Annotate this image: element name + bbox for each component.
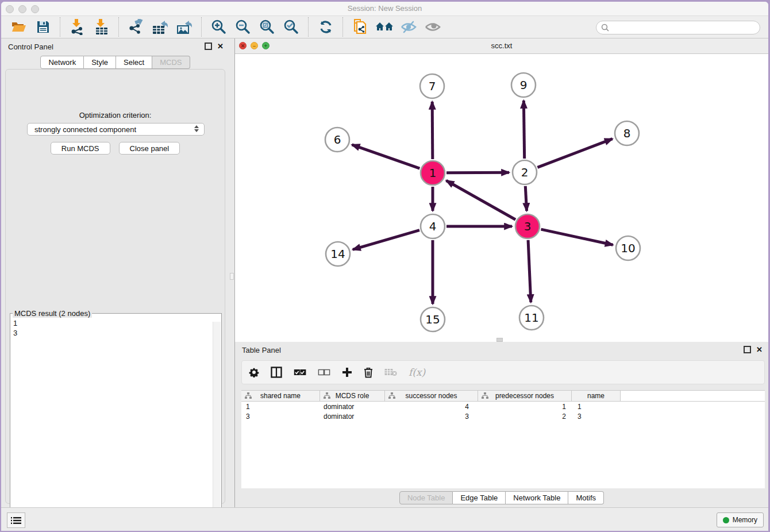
gear-icon[interactable] <box>249 367 259 377</box>
application-window: Session: New Session <box>1 2 768 531</box>
toolbar-separator <box>201 17 202 37</box>
network-window-titlebar[interactable]: ✕ – + scc.txt <box>235 38 768 54</box>
hide-selected-icon[interactable] <box>399 18 418 36</box>
optimization-criterion-label: Optimization criterion: <box>6 111 225 119</box>
column-header-successor-nodes[interactable]: successor nodes <box>385 391 478 401</box>
graph-edge-1-7[interactable] <box>432 102 433 159</box>
column-header-mcds-role[interactable]: MCDS role <box>320 391 385 401</box>
show-all-glyph <box>424 20 441 34</box>
tab-mcds[interactable]: MCDS <box>152 56 190 69</box>
control-panel-title: Control Panel <box>8 43 53 51</box>
table-tabs: Node Table Edge Table Network Table Moti… <box>235 491 768 504</box>
close-panel-icon[interactable]: ✕ <box>217 43 224 50</box>
graph-edge-3-1[interactable] <box>446 180 516 219</box>
cell-successor-nodes[interactable]: 4 <box>385 403 478 411</box>
zoom-selected-icon[interactable] <box>282 18 301 36</box>
result-scrollbar[interactable] <box>213 322 221 530</box>
tab-node-table[interactable]: Node Table <box>399 491 453 504</box>
list-icon <box>11 516 21 525</box>
cell-shared-name[interactable]: 3 <box>241 413 320 421</box>
import-network-icon[interactable] <box>68 18 87 36</box>
cell-predecessor-nodes[interactable]: 2 <box>478 413 572 421</box>
export-table-icon[interactable] <box>151 18 170 36</box>
graph-edge-2-8[interactable] <box>537 139 612 168</box>
task-history-button[interactable] <box>7 512 25 528</box>
close-table-panel-icon[interactable]: ✕ <box>756 346 763 353</box>
control-panel: Control Panel ✕ Network Style Select MCD… <box>1 38 229 508</box>
graph-node-label-9: 9 <box>520 78 528 92</box>
mcds-result-box: MCDS result (2 nodes) 1 3 <box>10 313 222 531</box>
import-table-icon[interactable] <box>92 18 111 36</box>
column-header-shared-name[interactable]: shared name <box>241 391 320 401</box>
graph-edge-3-10[interactable] <box>541 229 613 245</box>
graph-edge-1-2[interactable] <box>446 172 509 173</box>
cell-shared-name[interactable]: 1 <box>241 403 320 411</box>
table-row[interactable]: 3 dominator 3 2 3 <box>241 411 765 421</box>
graph-edge-4-14[interactable] <box>353 230 419 250</box>
function-builder-icon[interactable]: f(x) <box>409 367 425 378</box>
tab-select[interactable]: Select <box>116 56 152 69</box>
show-all-icon[interactable] <box>423 18 442 36</box>
select-all-icon[interactable] <box>294 369 306 376</box>
table-panel: Table Panel ✕ <box>235 342 768 508</box>
tab-network-table[interactable]: Network Table <box>506 491 568 504</box>
graph-node-label-8: 8 <box>623 126 631 140</box>
splitter-grip-icon[interactable] <box>230 273 234 280</box>
memory-button[interactable]: Memory <box>717 512 764 527</box>
run-mcds-button[interactable]: Run MCDS <box>51 142 110 155</box>
cell-mcds-role[interactable]: dominator <box>320 403 385 411</box>
search-icon <box>601 24 610 32</box>
column-header-predecessor-nodes[interactable]: predecessor nodes <box>478 391 572 401</box>
export-image-icon[interactable] <box>175 18 194 36</box>
graph-edge-3-11[interactable] <box>528 240 531 302</box>
right-column: ✕ – + scc.txt 7968124314101511 Table Pan… <box>235 38 768 508</box>
cell-name[interactable]: 3 <box>572 413 621 421</box>
refresh-layout-icon[interactable] <box>316 18 336 36</box>
columns-icon[interactable] <box>271 367 282 378</box>
zoom-fit-icon[interactable] <box>257 18 277 36</box>
canvas-resize-grip-icon[interactable] <box>496 338 503 342</box>
network-canvas[interactable]: 7968124314101511 <box>235 54 768 342</box>
table-panel-title: Table Panel <box>242 346 281 354</box>
cell-name[interactable]: 1 <box>572 403 621 411</box>
network-graph[interactable]: 7968124314101511 <box>235 54 768 342</box>
zoom-in-icon[interactable] <box>209 18 229 36</box>
save-icon[interactable] <box>33 18 53 36</box>
deselect-all-icon[interactable] <box>318 369 330 376</box>
save-glyph <box>36 20 50 34</box>
tab-edge-table[interactable]: Edge Table <box>453 491 506 504</box>
export-network-icon[interactable] <box>126 18 146 36</box>
zoom-out-icon[interactable] <box>233 18 253 36</box>
cell-successor-nodes[interactable]: 3 <box>385 413 478 421</box>
hierarchy-icon <box>482 392 488 399</box>
column-label: MCDS role <box>336 392 369 400</box>
graph-edge-2-3[interactable] <box>525 186 526 211</box>
close-panel-button[interactable]: Close panel <box>119 142 180 155</box>
optimization-criterion-select[interactable]: strongly connected component <box>27 123 205 136</box>
open-folder-glyph <box>11 20 27 34</box>
network-snapshot-icon[interactable] <box>351 18 370 36</box>
delete-column-icon[interactable] <box>364 367 373 378</box>
add-column-icon[interactable] <box>342 367 352 377</box>
home-birds-eye-icon[interactable] <box>375 18 394 36</box>
graph-node-label-1: 1 <box>429 166 437 180</box>
search-input[interactable] <box>596 21 760 34</box>
delete-table-icon[interactable] <box>384 368 397 376</box>
open-folder-icon[interactable] <box>9 18 29 36</box>
float-table-panel-icon[interactable] <box>744 346 751 353</box>
cell-mcds-role[interactable]: dominator <box>320 413 385 421</box>
tab-motifs[interactable]: Motifs <box>568 491 604 504</box>
export-network-glyph <box>128 19 144 35</box>
hierarchy-icon <box>245 392 252 399</box>
graph-node-label-3: 3 <box>524 219 532 233</box>
table-row[interactable]: 1 dominator 4 1 1 <box>241 402 765 411</box>
tab-style[interactable]: Style <box>84 56 116 69</box>
graph-edge-1-6[interactable] <box>352 145 419 168</box>
float-panel-icon[interactable] <box>205 43 212 50</box>
zoom-fit-glyph <box>259 19 275 35</box>
graph-edge-2-9[interactable] <box>523 101 524 159</box>
cell-predecessor-nodes[interactable]: 1 <box>478 403 572 411</box>
tab-network[interactable]: Network <box>40 56 84 69</box>
panel-splitter[interactable] <box>229 38 235 508</box>
column-header-name[interactable]: name <box>572 391 621 401</box>
